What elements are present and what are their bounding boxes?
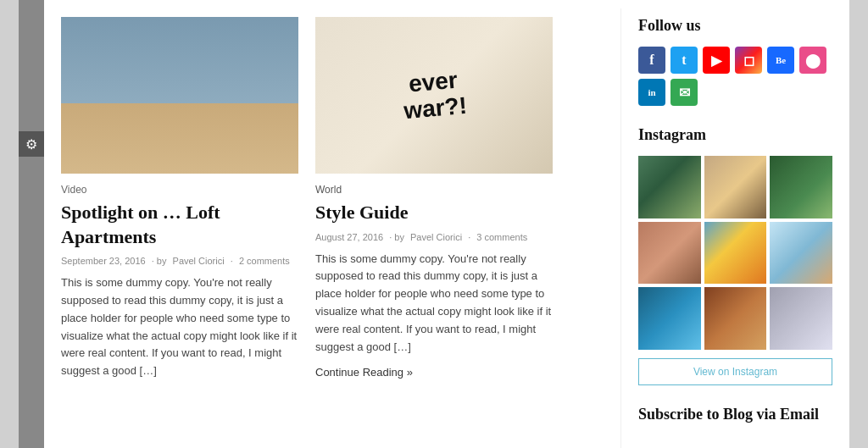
instagram-cell-7[interactable] [638,287,701,350]
article-author-style-guide[interactable]: Pavel Ciorici [410,232,462,242]
article-meta-style-guide: August 27, 2016 · by Pavel Ciorici · 3 c… [315,232,553,242]
article-excerpt-style-guide: This is some dummy copy. You're not real… [315,251,553,357]
sidebar: Follow us f t ▶ ◻ Be [620,8,849,448]
social-icon-email[interactable]: ✉ [670,79,698,106]
instagram-image-8 [704,287,767,350]
article-category-world: World [315,184,553,196]
settings-sidebar: ⚙ [19,0,44,448]
article-card-style-guide: World Style Guide August 27, 2016 · by P… [315,17,553,444]
gear-icon: ⚙ [25,136,37,152]
article-comments-style-guide[interactable]: 3 comments [476,232,527,242]
instagram-cell-9[interactable] [770,287,832,350]
instagram-image-3 [770,156,832,218]
loft-apartment-image [61,17,298,174]
facebook-icon: f [649,53,654,68]
article-category-loft: Video [61,184,298,196]
article-card-loft: Video Spotlight on … Loft Apartments Sep… [61,17,298,444]
instagram-cell-4[interactable] [638,222,701,285]
social-icon-facebook[interactable]: f [638,47,665,74]
instagram-image-7 [638,287,701,350]
social-icons-container: f t ▶ ◻ Be ⬤ [638,47,832,106]
instagram-image-6 [770,222,832,285]
dribbble-icon: ⬤ [805,53,821,69]
article-meta-loft: September 23, 2016 · by Pavel Ciorici · … [61,256,298,266]
meta-dot-2: · [231,256,236,266]
main-content: Video Spotlight on … Loft Apartments Sep… [44,0,849,448]
instagram-cell-8[interactable] [704,287,767,350]
article-image-style-guide[interactable] [315,17,553,174]
meta-dot-4: · [468,232,473,242]
subscribe-section: Subscribe to Blog via Email [638,406,832,423]
article-comments-loft[interactable]: 2 comments [239,256,290,266]
article-image-loft[interactable] [61,17,298,174]
instagram-image-4 [638,222,701,285]
instagram-cell-5[interactable] [704,222,767,285]
instagram-grid [638,156,832,350]
article-title-loft[interactable]: Spotlight on … Loft Apartments [61,201,298,249]
follow-us-section: Follow us f t ▶ ◻ Be [638,17,832,106]
social-icon-behance[interactable]: Be [767,47,794,74]
instagram-image-5 [704,222,767,285]
instagram-image-2 [704,156,767,218]
instagram-icon: ◻ [743,53,754,69]
linkedin-icon: in [648,87,655,97]
instagram-cell-2[interactable] [704,156,767,218]
instagram-section: Instagram [638,126,832,385]
continue-reading-link[interactable]: Continue Reading » [315,366,413,379]
social-icon-youtube[interactable]: ▶ [703,47,730,74]
instagram-cell-1[interactable] [638,156,701,218]
twitter-icon: t [682,53,686,68]
article-date-loft: September 23, 2016 [61,256,146,266]
settings-button[interactable]: ⚙ [19,131,44,157]
instagram-image-9 [770,287,832,350]
article-title-style-guide[interactable]: Style Guide [315,201,553,225]
social-icon-twitter[interactable]: t [670,47,698,74]
social-icon-linkedin[interactable]: in [638,79,665,106]
article-excerpt-loft: This is some dummy copy. You're not real… [61,274,298,380]
youtube-icon: ▶ [711,53,721,69]
meta-dot-1: · by [152,256,170,266]
instagram-cell-6[interactable] [770,222,832,285]
behance-icon: Be [776,55,786,65]
fashion-image [315,17,553,174]
article-author-loft[interactable]: Pavel Ciorici [173,256,225,266]
instagram-cell-3[interactable] [770,156,832,218]
social-icon-dribbble[interactable]: ⬤ [799,47,826,74]
instagram-section-title: Instagram [638,126,832,144]
follow-us-title: Follow us [638,17,832,35]
meta-dot-3: · by [389,232,407,242]
instagram-image-1 [638,156,701,218]
articles-section: Video Spotlight on … Loft Apartments Sep… [44,8,620,448]
subscribe-title: Subscribe to Blog via Email [638,406,832,423]
page-wrapper: ⚙ Video Spotlight on … Loft Apartments S… [19,0,849,448]
social-icon-instagram[interactable]: ◻ [735,47,762,74]
email-icon: ✉ [679,85,690,101]
view-on-instagram-button[interactable]: View on Instagram [638,358,832,385]
article-date-style-guide: August 27, 2016 [315,232,383,242]
